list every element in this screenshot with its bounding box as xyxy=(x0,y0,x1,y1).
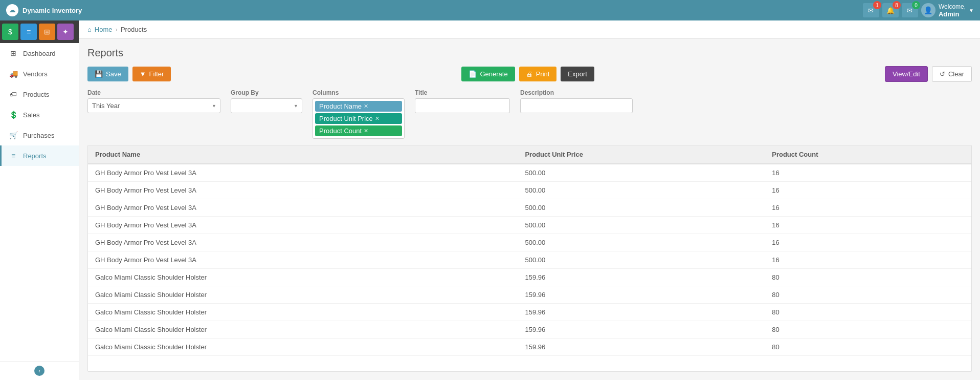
export-button[interactable]: Export xyxy=(561,67,594,81)
table-row: GH Body Armor Pro Vest Level 3A 500.00 1… xyxy=(88,199,971,217)
product-name-cell: GH Body Armor Pro Vest Level 3A xyxy=(88,182,518,199)
product-name-tag[interactable]: Product Name ✕ xyxy=(315,101,402,112)
print-button[interactable]: 🖨 Print xyxy=(519,67,557,81)
sidebar-item-sales[interactable]: 💲 Sales xyxy=(0,104,79,125)
avatar: 👤 xyxy=(921,3,936,17)
product-unit-price-cell: 159.96 xyxy=(518,304,765,321)
sidebar-list-button[interactable]: ≡ xyxy=(20,24,37,40)
columns-box: Product Name ✕ Product Unit Price ✕ Prod… xyxy=(313,98,405,139)
navbar: ☁ Dynamic Inventory ✉ 1 🔔 8 ✉ 0 👤 Welcom… xyxy=(0,0,980,20)
product-unit-price-cell: 159.96 xyxy=(518,339,765,356)
product-unit-price-cell: 500.00 xyxy=(518,182,765,199)
filter-button[interactable]: ▼ Filter xyxy=(132,67,171,81)
group-by-select[interactable]: Product Category Vendor xyxy=(231,98,302,113)
dashboard-icon: ⊞ xyxy=(9,49,18,57)
bell-badge: 8 xyxy=(893,1,901,9)
mail-nav-button[interactable]: ✉ 1 xyxy=(863,3,879,17)
description-input[interactable] xyxy=(520,98,633,113)
sidebar-item-vendors[interactable]: 🚚 Vendors xyxy=(0,64,79,84)
product-name-cell: GH Body Armor Pro Vest Level 3A xyxy=(88,164,518,182)
filter-row: Date This Year Last Year This Month Last… xyxy=(87,89,972,139)
product-name-close-icon[interactable]: ✕ xyxy=(364,103,368,110)
sidebar-box-button[interactable]: ⊞ xyxy=(39,24,55,40)
home-icon: ⌂ xyxy=(87,26,92,33)
breadcrumb-separator: › xyxy=(116,26,118,33)
date-select-wrap: This Year Last Year This Month Last Mont… xyxy=(87,98,220,113)
table-row: GH Body Armor Pro Vest Level 3A 500.00 1… xyxy=(88,251,971,269)
view-edit-button[interactable]: View/Edit xyxy=(885,66,928,82)
mail-badge: 1 xyxy=(873,1,881,9)
print-label: Print xyxy=(536,70,550,78)
title-label: Title xyxy=(415,89,510,96)
sidebar-item-purchases[interactable]: 🛒 Purchases xyxy=(0,125,79,145)
table-row: GH Body Armor Pro Vest Level 3A 500.00 1… xyxy=(88,234,971,251)
product-unit-price-close-icon[interactable]: ✕ xyxy=(375,115,380,122)
purchases-icon: 🛒 xyxy=(9,131,18,139)
sidebar-item-dashboard[interactable]: ⊞ Dashboard xyxy=(0,43,79,64)
product-count-cell: 16 xyxy=(765,251,971,269)
save-button[interactable]: 💾 Save xyxy=(87,67,128,81)
product-name-cell: Galco Miami Classic Shoulder Holster xyxy=(88,304,518,321)
sidebar-item-products[interactable]: 🏷 Products xyxy=(0,84,79,104)
product-count-cell: 16 xyxy=(765,199,971,217)
product-name-cell: Galco Miami Classic Shoulder Holster xyxy=(88,321,518,339)
filter-icon: ▼ xyxy=(140,70,146,78)
product-name-col-header: Product Name xyxy=(88,145,518,164)
sidebar-collapse[interactable]: ‹ xyxy=(0,361,79,380)
product-unit-price-cell: 500.00 xyxy=(518,164,765,182)
navbar-right: ✉ 1 🔔 8 ✉ 0 👤 Welcome,Admin ▼ xyxy=(863,3,974,18)
sidebar-item-label: Dashboard xyxy=(23,50,56,57)
product-count-cell: 80 xyxy=(765,286,971,304)
generate-button[interactable]: 📄 Generate xyxy=(461,67,515,81)
product-name-cell: GH Body Armor Pro Vest Level 3A xyxy=(88,217,518,234)
date-label: Date xyxy=(87,89,220,96)
group-by-select-wrap: Product Category Vendor xyxy=(231,98,302,113)
clear-button[interactable]: ↺ Clear xyxy=(932,66,972,82)
table-body: GH Body Armor Pro Vest Level 3A 500.00 1… xyxy=(88,164,971,356)
sidebar-item-label: Products xyxy=(23,91,49,98)
table-header-row: Product Name Product Unit Price Product … xyxy=(88,145,971,164)
brand-name: Dynamic Inventory xyxy=(23,7,82,14)
user-dropdown-icon: ▼ xyxy=(969,8,974,13)
product-count-cell: 80 xyxy=(765,269,971,286)
sidebar-grid-button[interactable]: ✦ xyxy=(57,24,74,40)
sidebar-item-label: Vendors xyxy=(23,70,48,78)
view-edit-label: View/Edit xyxy=(893,70,920,78)
sidebar-dollar-button[interactable]: $ xyxy=(2,24,18,40)
sales-icon: 💲 xyxy=(9,111,18,119)
sidebar-item-reports[interactable]: ≡ Reports xyxy=(0,145,79,166)
table-row: GH Body Armor Pro Vest Level 3A 500.00 1… xyxy=(88,164,971,182)
sidebar-item-label: Purchases xyxy=(23,132,54,139)
title-filter-group: Title xyxy=(415,89,510,113)
product-count-tag[interactable]: Product Count ✕ xyxy=(315,125,402,136)
breadcrumb-home[interactable]: Home xyxy=(95,26,113,33)
reports-icon: ≡ xyxy=(9,152,18,160)
product-unit-price-col-header: Product Unit Price xyxy=(518,145,765,164)
table-header: Product Name Product Unit Price Product … xyxy=(88,145,971,164)
title-input[interactable] xyxy=(415,98,510,113)
product-count-cell: 16 xyxy=(765,234,971,251)
date-select[interactable]: This Year Last Year This Month Last Mont… xyxy=(87,98,220,113)
product-name-cell: GH Body Armor Pro Vest Level 3A xyxy=(88,199,518,217)
group-by-filter-group: Group By Product Category Vendor xyxy=(231,89,302,113)
generate-label: Generate xyxy=(480,70,507,78)
bell-nav-button[interactable]: 🔔 8 xyxy=(882,3,899,17)
columns-label: Columns xyxy=(313,89,405,96)
breadcrumb-current: Products xyxy=(121,26,147,33)
envelope-nav-button[interactable]: ✉ 0 xyxy=(902,3,918,17)
product-name-tag-label: Product Name xyxy=(319,102,362,110)
data-table: Product Name Product Unit Price Product … xyxy=(88,145,971,356)
table-row: GH Body Armor Pro Vest Level 3A 500.00 1… xyxy=(88,182,971,199)
collapse-icon[interactable]: ‹ xyxy=(34,366,44,376)
product-unit-price-tag[interactable]: Product Unit Price ✕ xyxy=(315,113,402,124)
toolbar: 💾 Save ▼ Filter 📄 Generate 🖨 Print E xyxy=(87,66,972,82)
clear-label: Clear xyxy=(948,70,964,78)
columns-filter-group: Columns Product Name ✕ Product Unit Pric… xyxy=(313,89,405,139)
user-menu[interactable]: 👤 Welcome,Admin ▼ xyxy=(921,3,974,18)
product-name-cell: GH Body Armor Pro Vest Level 3A xyxy=(88,234,518,251)
product-count-close-icon[interactable]: ✕ xyxy=(364,128,368,134)
product-count-tag-label: Product Count xyxy=(319,127,362,135)
brand: ☁ Dynamic Inventory xyxy=(6,4,82,16)
brand-icon: ☁ xyxy=(6,4,18,16)
product-unit-price-cell: 500.00 xyxy=(518,199,765,217)
